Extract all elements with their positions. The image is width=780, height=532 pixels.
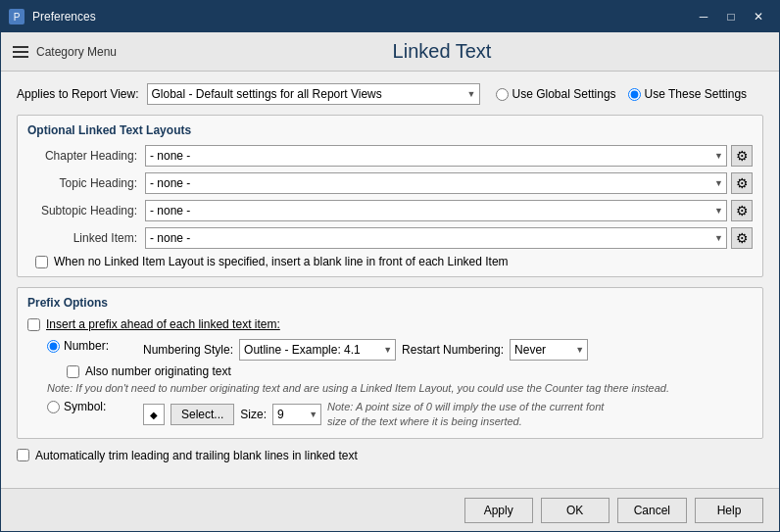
preferences-window: P Preferences ─ □ ✕ Category Menu Linked… <box>0 0 780 532</box>
optional-layouts-section: Optional Linked Text Layouts Chapter Hea… <box>17 115 763 277</box>
close-button[interactable]: ✕ <box>746 7 771 26</box>
numbering-style-label: Numbering Style: <box>143 343 233 357</box>
prefix-options-title: Prefix Options <box>27 296 753 310</box>
category-menu-label[interactable]: Category Menu <box>36 45 117 59</box>
linked-item-row: Linked Item: - none - ⚙ <box>27 227 753 249</box>
numbering-style-select[interactable]: Outline - Example: 4.1 <box>239 339 396 361</box>
use-global-radio[interactable] <box>496 88 509 101</box>
applies-to-select-wrapper: Global - Default settings for all Report… <box>147 83 480 105</box>
cancel-button[interactable]: Cancel <box>617 498 687 523</box>
linked-item-select[interactable]: - none - <box>145 227 727 249</box>
apply-button[interactable]: Apply <box>464 498 533 523</box>
select-symbol-button[interactable]: Select... <box>171 404 234 425</box>
subtopic-heading-row: Subtopic Heading: - none - ⚙ <box>27 200 753 221</box>
applies-to-label: Applies to Report View: <box>17 87 139 101</box>
use-these-label: Use These Settings <box>645 87 748 101</box>
subtopic-heading-label: Subtopic Heading: <box>27 204 145 218</box>
window-controls: ─ □ ✕ <box>691 7 771 26</box>
number-label: Number: <box>64 339 109 353</box>
number-radio[interactable] <box>47 340 60 353</box>
minimize-button[interactable]: ─ <box>691 7 716 26</box>
blank-line-checkbox[interactable] <box>35 256 48 268</box>
maximize-button[interactable]: □ <box>718 7 744 26</box>
topic-heading-row: Topic Heading: - none - ⚙ <box>27 172 753 194</box>
page-title: Linked Text <box>117 40 767 63</box>
subtopic-heading-gear-button[interactable]: ⚙ <box>731 200 753 221</box>
note1-text: Note: If you don't need to number origin… <box>47 382 753 394</box>
title-bar: P Preferences ─ □ ✕ <box>1 1 779 32</box>
subtopic-heading-select[interactable]: - none - <box>145 200 727 221</box>
chapter-heading-select-wrap: - none - ⚙ <box>145 145 753 167</box>
insert-prefix-checkbox[interactable] <box>27 318 40 331</box>
trim-label: Automatically trim leading and trailing … <box>35 449 358 462</box>
trim-checkbox[interactable] <box>17 449 29 461</box>
applies-to-select[interactable]: Global - Default settings for all Report… <box>147 83 480 105</box>
symbol-label: Symbol: <box>64 400 106 413</box>
toolbar: Category Menu Linked Text <box>1 32 779 72</box>
blank-line-label: When no Linked Item Layout is specified,… <box>54 255 509 268</box>
main-content: Applies to Report View: Global - Default… <box>1 72 779 488</box>
linked-item-label: Linked Item: <box>27 231 145 245</box>
chapter-heading-row: Chapter Heading: - none - ⚙ <box>27 145 753 167</box>
topic-heading-select-wrap: - none - ⚙ <box>145 172 753 194</box>
use-these-radio-label[interactable]: Use These Settings <box>628 87 748 101</box>
window-title: Preferences <box>32 10 691 24</box>
also-number-checkbox[interactable] <box>67 365 79 378</box>
radio-group: Use Global Settings Use These Settings <box>496 87 748 101</box>
symbol-display: ◆ <box>143 404 165 425</box>
symbol-radio[interactable] <box>47 401 60 413</box>
subtopic-heading-select-wrap: - none - ⚙ <box>145 200 753 221</box>
blank-line-check-row: When no Linked Item Layout is specified,… <box>35 255 753 268</box>
size-select[interactable]: 9 <box>272 404 321 425</box>
linked-item-gear-button[interactable]: ⚙ <box>731 227 753 249</box>
note2-text: Note: A point size of 0 will imply the u… <box>327 400 621 430</box>
topic-heading-label: Topic Heading: <box>27 176 145 190</box>
trim-check-row: Automatically trim leading and trailing … <box>17 449 763 462</box>
restart-numbering-select[interactable]: Never <box>510 339 588 361</box>
topic-heading-select[interactable]: - none - <box>145 172 727 194</box>
size-label: Size: <box>240 408 267 421</box>
prefix-options-section: Prefix Options Insert a prefix ahead of … <box>17 287 763 439</box>
insert-prefix-row: Insert a prefix ahead of each linked tex… <box>27 317 753 331</box>
number-row: Number: Numbering Style: Outline - Examp… <box>27 339 753 361</box>
use-global-radio-label[interactable]: Use Global Settings <box>496 87 616 101</box>
linked-item-select-wrap: - none - ⚙ <box>145 227 753 249</box>
insert-prefix-label: Insert a prefix ahead of each linked tex… <box>46 317 280 331</box>
window-icon: P <box>9 9 24 24</box>
ok-button[interactable]: OK <box>541 498 609 523</box>
footer: Apply OK Cancel Help <box>1 488 779 531</box>
symbol-row: Symbol: ◆ Select... Size: 9 Note: A poin… <box>27 400 753 430</box>
chapter-heading-label: Chapter Heading: <box>27 149 145 163</box>
chapter-heading-select[interactable]: - none - <box>145 145 727 167</box>
use-global-label: Use Global Settings <box>512 87 616 101</box>
topic-heading-gear-button[interactable]: ⚙ <box>731 172 753 194</box>
also-number-row: Also number originating text <box>67 364 753 378</box>
also-number-label: Also number originating text <box>85 364 231 378</box>
optional-layouts-title: Optional Linked Text Layouts <box>27 123 753 137</box>
restart-numbering-label: Restart Numbering: <box>402 343 504 357</box>
hamburger-icon[interactable] <box>13 46 28 58</box>
chapter-heading-gear-button[interactable]: ⚙ <box>731 145 753 167</box>
use-these-radio[interactable] <box>628 88 641 101</box>
applies-to-row: Applies to Report View: Global - Default… <box>17 83 763 105</box>
help-button[interactable]: Help <box>695 498 763 523</box>
